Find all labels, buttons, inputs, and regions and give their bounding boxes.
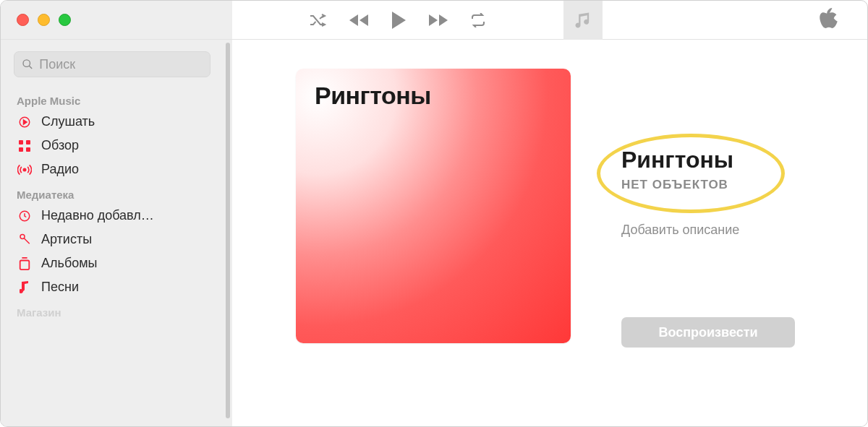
svg-line-1 [29,66,32,69]
sidebar-item-songs[interactable]: Песни [1,275,224,299]
sidebar-item-browse[interactable]: Обзор [1,134,224,158]
search-input[interactable] [39,57,203,72]
music-note-icon [573,10,593,30]
play-circle-icon [17,116,33,129]
sidebar-item-label: Радио [41,162,79,177]
sidebar-item-listen[interactable]: Слушать [1,110,224,134]
music-app-window: Apple Music Слушать Обзор Радио Медиатек… [0,0,868,427]
play-button[interactable] [390,11,407,30]
sidebar-item-label: Слушать [41,114,95,129]
playlist-description[interactable]: Добавить описание [621,223,795,238]
svg-rect-10 [20,260,30,269]
playlist-cover[interactable]: Рингтоны [296,69,571,343]
playlist-title[interactable]: Рингтоны [621,147,795,173]
section-header-apple-music: Apple Music [1,87,224,110]
sidebar: Apple Music Слушать Обзор Радио Медиатек… [1,40,232,426]
playlist-subtitle: НЕТ ОБЪЕКТОВ [621,178,795,192]
svg-rect-5 [19,147,23,152]
playlist-meta: Рингтоны НЕТ ОБЪЕКТОВ Добавить описание … [621,69,795,426]
titlebar-right [563,1,867,39]
minimize-button[interactable] [38,14,50,26]
sidebar-item-label: Недавно добавл… [41,208,154,223]
app-body: Apple Music Слушать Обзор Радио Медиатек… [1,40,867,426]
svg-rect-3 [19,140,23,145]
close-button[interactable] [17,14,29,26]
sidebar-item-recently-added[interactable]: Недавно добавл… [1,204,224,228]
note-icon [17,281,33,294]
titlebar [1,1,867,40]
sidebar-item-label: Альбомы [41,256,98,271]
window-controls [1,1,232,39]
annotation-ellipse [597,134,785,213]
sidebar-item-radio[interactable]: Радио [1,158,224,181]
sidebar-item-label: Артисты [41,232,92,247]
svg-point-7 [23,168,25,171]
svg-rect-6 [26,147,30,152]
shuffle-button[interactable] [309,13,328,27]
previous-button[interactable] [346,13,371,27]
apple-logo-icon [820,8,838,33]
search-icon [22,58,33,71]
sidebar-item-albums[interactable]: Альбомы [1,251,224,275]
play-playlist-button[interactable]: Воспроизвести [621,317,795,348]
next-button[interactable] [426,13,451,27]
playlist-cover-title: Рингтоны [315,82,431,110]
search-field[interactable] [14,51,210,77]
clock-icon [17,210,33,223]
album-icon [17,257,33,270]
svg-point-9 [20,234,25,238]
sidebar-item-label: Обзор [41,138,79,153]
repeat-button[interactable] [469,13,487,27]
mic-icon [17,233,33,246]
maximize-button[interactable] [59,14,71,26]
svg-rect-4 [26,140,30,145]
grid-icon [17,140,33,152]
sidebar-item-label: Песни [41,280,79,295]
playback-controls [232,11,563,30]
section-header-library: Медиатека [1,181,224,204]
svg-point-0 [23,60,30,66]
main-content: Рингтоны Рингтоны НЕТ ОБЪЕКТОВ Добавить … [232,40,867,426]
now-playing-tile[interactable] [563,1,603,40]
sidebar-scrollbar[interactable] [224,40,232,426]
section-header-store: Магазин [1,299,224,322]
radio-icon [17,163,33,176]
sidebar-item-artists[interactable]: Артисты [1,228,224,251]
